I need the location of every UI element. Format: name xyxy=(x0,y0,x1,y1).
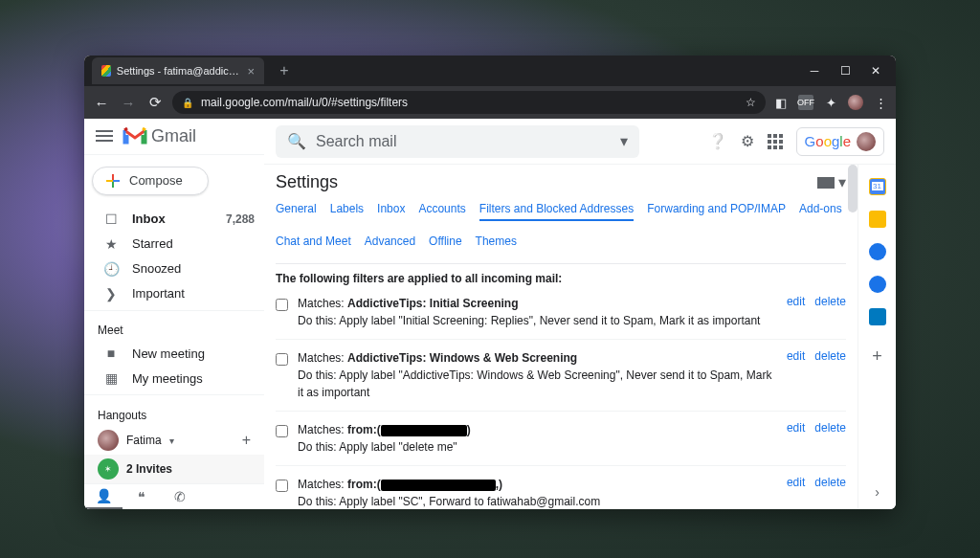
sidebar-item-important[interactable]: ❯Important xyxy=(84,281,264,306)
density-toggle[interactable]: ▾ xyxy=(817,173,846,191)
meet-item-my-meetings[interactable]: ▦My meetings xyxy=(84,366,264,391)
tasks-icon[interactable] xyxy=(869,243,886,260)
nav-label: Starred xyxy=(132,236,173,251)
main-area: 🔍 Search mail ▾ ❔ ⚙ Google xyxy=(264,119,896,509)
profile-avatar-icon[interactable] xyxy=(848,95,863,110)
contacts-tab-icon[interactable]: 👤 xyxy=(84,484,122,509)
edit-link[interactable]: edit xyxy=(787,476,805,489)
url-bar[interactable]: 🔒 mail.google.com/mail/u/0/#settings/fil… xyxy=(172,91,766,114)
settings-panel: Settings ▾ GeneralLabelsInboxAccountsFil… xyxy=(264,165,858,509)
filter-row: Matches: from:()Do this: Apply label "de… xyxy=(276,411,846,465)
nav-icon: ❯ xyxy=(103,286,119,301)
new-tab-button[interactable]: + xyxy=(274,60,295,81)
filter-row: Matches: from:(,)Do this: Apply label "S… xyxy=(276,465,846,509)
search-input[interactable]: 🔍 Search mail ▾ xyxy=(276,125,639,158)
browser-tab[interactable]: Settings - fatima@addictivetips.c × xyxy=(92,57,264,84)
settings-tabs-row2: Chat and MeetAdvancedOfflineThemes xyxy=(276,234,517,252)
calendar-icon[interactable] xyxy=(869,178,886,195)
new-hangout-button[interactable]: + xyxy=(242,432,251,449)
sidebar-item-snoozed[interactable]: 🕘Snoozed xyxy=(84,257,264,281)
filter-checkbox[interactable] xyxy=(276,353,288,366)
settings-gear-icon[interactable]: ⚙ xyxy=(741,132,754,150)
sidebar: Gmail Compose ☐Inbox7,288★Starred🕘Snooze… xyxy=(84,119,264,509)
phone-tab-icon[interactable]: ✆ xyxy=(161,484,199,509)
app-header: Gmail xyxy=(84,119,264,155)
sidebar-item-starred[interactable]: ★Starred xyxy=(84,232,264,257)
minimize-button[interactable]: ─ xyxy=(808,64,821,78)
tab-chat-and-meet[interactable]: Chat and Meet xyxy=(276,234,351,252)
compose-button[interactable]: Compose xyxy=(92,167,209,195)
tab-forwarding-and-pop-imap[interactable]: Forwarding and POP/IMAP xyxy=(647,202,786,221)
side-panel: + › xyxy=(858,165,896,509)
extension-icon-1[interactable]: ◧ xyxy=(773,95,789,110)
main-menu-icon[interactable] xyxy=(96,130,113,142)
filter-checkbox[interactable] xyxy=(276,299,288,311)
meet-list: ■New meeting▦My meetings xyxy=(84,341,264,391)
close-tab-icon[interactable]: × xyxy=(247,64,255,78)
reload-button[interactable]: ⟳ xyxy=(145,94,165,111)
tab-themes[interactable]: Themes xyxy=(476,234,517,252)
extension-icons: ◧ OFF ✦ ⋮ xyxy=(773,95,888,110)
tab-offline[interactable]: Offline xyxy=(429,234,461,252)
delete-link[interactable]: delete xyxy=(814,295,846,308)
sidebar-item-inbox[interactable]: ☐Inbox7,288 xyxy=(84,207,264,232)
gmail-logo[interactable]: Gmail xyxy=(122,126,196,146)
get-addons-button[interactable]: + xyxy=(872,346,882,367)
gmail-m-icon xyxy=(122,126,147,145)
search-icon: 🔍 xyxy=(287,132,306,150)
window-controls: ─ ☐ ✕ xyxy=(808,64,896,78)
edit-link[interactable]: edit xyxy=(787,295,805,308)
delete-link[interactable]: delete xyxy=(814,421,846,435)
search-options-caret-icon[interactable]: ▾ xyxy=(620,132,628,150)
meet-item-new-meeting[interactable]: ■New meeting xyxy=(84,341,264,366)
google-wordmark: Google xyxy=(805,133,851,149)
browser-menu-icon[interactable]: ⋮ xyxy=(873,95,888,110)
collapse-panel-icon[interactable]: › xyxy=(875,484,880,500)
tab-general[interactable]: General xyxy=(276,202,317,221)
url-text: mail.google.com/mail/u/0/#settings/filte… xyxy=(201,96,408,109)
tab-advanced[interactable]: Advanced xyxy=(365,234,415,252)
settings-tabs-row1: GeneralLabelsInboxAccountsFilters and Bl… xyxy=(276,202,842,221)
apps-grid-icon[interactable] xyxy=(768,134,783,149)
viewport: Gmail Compose ☐Inbox7,288★Starred🕘Snooze… xyxy=(84,119,896,509)
support-icon[interactable]: ❔ xyxy=(708,132,727,150)
account-chip[interactable]: Google xyxy=(796,127,884,156)
gmail-favicon xyxy=(101,65,111,77)
tab-filters-and-blocked-addresses[interactable]: Filters and Blocked Addresses xyxy=(479,202,634,221)
bookmark-star-icon[interactable]: ☆ xyxy=(746,96,756,109)
hangouts-user-name: Fatima xyxy=(126,434,162,447)
settings-tabs: GeneralLabelsInboxAccountsFilters and Bl… xyxy=(276,202,846,252)
page-title: Settings xyxy=(276,172,338,192)
nav-icon: ■ xyxy=(103,346,119,361)
nav-count: 7,288 xyxy=(226,212,255,226)
tab-inbox[interactable]: Inbox xyxy=(377,202,405,221)
browser-toolbar: ← → ⟳ 🔒 mail.google.com/mail/u/0/#settin… xyxy=(84,86,896,119)
filter-checkbox[interactable] xyxy=(276,480,288,492)
edit-link[interactable]: edit xyxy=(787,349,805,363)
extension-icon-2[interactable]: OFF xyxy=(798,95,813,110)
back-button[interactable]: ← xyxy=(92,95,111,111)
filter-checkbox[interactable] xyxy=(276,425,288,437)
delete-link[interactable]: delete xyxy=(814,349,846,363)
account-avatar xyxy=(857,132,876,151)
maximize-button[interactable]: ☐ xyxy=(838,64,852,78)
extensions-menu-icon[interactable]: ✦ xyxy=(823,95,838,110)
tab-add-ons[interactable]: Add-ons xyxy=(799,202,842,221)
tab-labels[interactable]: Labels xyxy=(330,202,364,221)
hangouts-tab-icon[interactable]: ❝ xyxy=(122,484,161,509)
hangouts-user-row[interactable]: Fatima ▾ + xyxy=(84,426,264,455)
nav-icon: ★ xyxy=(103,236,119,252)
avatar xyxy=(98,430,119,451)
contacts-icon[interactable] xyxy=(869,276,886,293)
forward-button[interactable]: → xyxy=(119,95,138,111)
keep-icon[interactable] xyxy=(869,211,886,228)
nav-label: Snoozed xyxy=(132,261,181,276)
invites-row[interactable]: ✶ 2 Invites xyxy=(84,455,264,483)
tab-title: Settings - fatima@addictivetips.c xyxy=(117,65,242,77)
scrollbar[interactable] xyxy=(848,165,858,212)
delete-link[interactable]: delete xyxy=(814,476,846,489)
trello-icon[interactable] xyxy=(869,308,886,325)
tab-accounts[interactable]: Accounts xyxy=(418,202,465,221)
close-window-button[interactable]: ✕ xyxy=(869,64,882,78)
edit-link[interactable]: edit xyxy=(787,421,805,435)
